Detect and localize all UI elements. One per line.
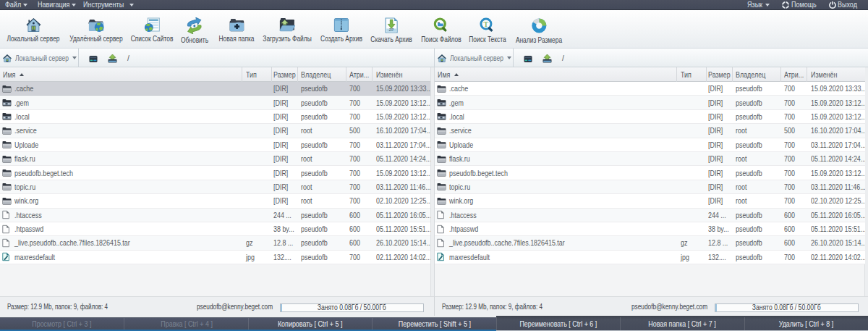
svg-text:T: T (484, 20, 489, 28)
svg-text:ZIP: ZIP (388, 28, 393, 32)
